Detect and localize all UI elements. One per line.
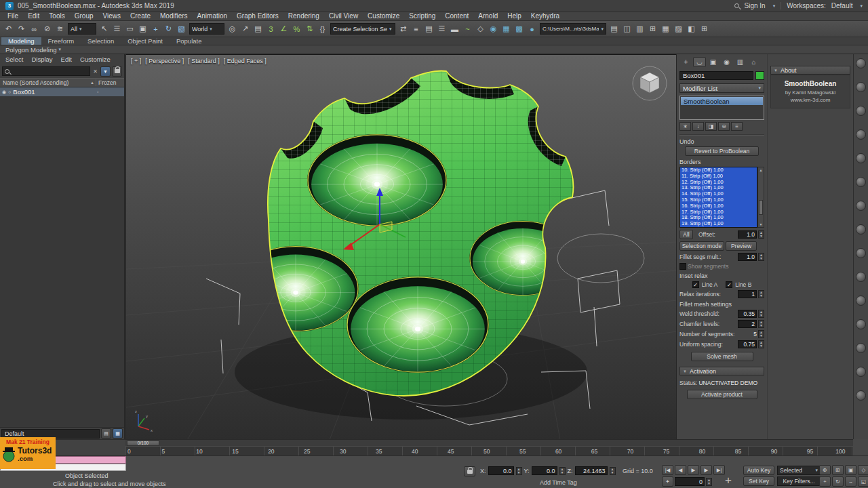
angle-snap-icon[interactable]: ∠ — [277, 22, 290, 36]
modifier-stack-item[interactable]: SmoothBoolean — [681, 97, 763, 105]
dock-tool-11-icon[interactable] — [856, 296, 866, 306]
uniform-spacing-field[interactable]: 0.75 — [738, 340, 757, 348]
fillet-segs-field[interactable]: 1.0 — [738, 253, 757, 261]
bind-to-space-warp-icon[interactable]: ≋ — [54, 22, 66, 36]
dock-tool-1-icon[interactable] — [856, 58, 866, 68]
ribbon-tab-freeform[interactable]: Freeform — [41, 37, 81, 45]
edit-named-selections-icon[interactable]: {} — [316, 22, 329, 36]
zoom-all-icon[interactable]: ⊞ — [832, 465, 844, 475]
use-pivot-center-icon[interactable]: ◎ — [226, 22, 239, 36]
column-header-frozen[interactable]: Frozen — [96, 79, 124, 86]
workspace-tool-1-icon[interactable]: ▤ — [608, 22, 620, 36]
key-selection-dropdown[interactable]: Selected ▾ — [777, 466, 821, 475]
dock-tool-2-icon[interactable] — [856, 82, 866, 92]
explorer-search-input[interactable] — [2, 66, 90, 76]
dock-tool-9-icon[interactable] — [856, 248, 866, 258]
y-spinner[interactable]: ▲▼ — [559, 467, 566, 475]
layer-manager-icon[interactable]: ▤ — [422, 22, 435, 36]
revert-to-proboolean-button[interactable]: Revert to ProBoolean — [685, 146, 759, 156]
dock-tool-8-icon[interactable] — [856, 224, 866, 235]
motion-tab-icon[interactable]: ◉ — [720, 57, 733, 67]
ribbon-tab-object-paint[interactable]: Object Paint — [121, 37, 170, 45]
scroll-up-icon[interactable]: ▲ — [760, 167, 763, 173]
line-a-checkbox[interactable]: ✓ — [692, 281, 699, 288]
menu-item-group[interactable]: Group — [70, 12, 98, 20]
selection-lock-toggle[interactable] — [464, 466, 475, 476]
explorer-menu-customize[interactable]: Customize — [76, 56, 115, 63]
chamfer-levels-spinner[interactable]: ▲▼ — [758, 320, 764, 328]
frame-spinner[interactable]: ▲▼ — [706, 478, 712, 486]
ribbon-tab-selection[interactable]: Selection — [81, 37, 121, 45]
menu-item-content[interactable]: Content — [440, 12, 473, 20]
zoom-extents-icon[interactable]: ▣ — [845, 465, 856, 475]
key-filters-button[interactable]: Key Filters... — [777, 476, 821, 486]
select-and-move-icon[interactable]: + — [149, 22, 162, 36]
visibility-eye-icon[interactable]: ◉ — [2, 89, 6, 95]
workspace-tool-7-icon[interactable]: ◧ — [685, 22, 698, 36]
workspace-tool-5-icon[interactable]: ▦ — [659, 22, 672, 36]
dock-tool-7-icon[interactable] — [856, 201, 866, 211]
current-frame-field[interactable]: 0 — [675, 477, 705, 486]
viewport-canvas[interactable]: xyz — [126, 55, 677, 440]
workspace-tool-4-icon[interactable]: ⊞ — [646, 22, 659, 36]
rectangular-region-icon[interactable]: ▭ — [123, 22, 136, 36]
reference-coordinate-dropdown[interactable]: World▾ — [189, 23, 224, 35]
pin-stack-icon[interactable]: ∗ — [679, 122, 691, 131]
select-and-link-icon[interactable]: ∞ — [28, 22, 41, 36]
about-website-link[interactable]: www.km-3d.com — [772, 97, 848, 103]
dock-tool-12-icon[interactable] — [856, 319, 866, 329]
remove-modifier-icon[interactable]: ⊖ — [718, 122, 730, 131]
utilities-tab-icon[interactable]: ⌂ — [747, 57, 760, 67]
frozen-cell-icon[interactable]: ▫ — [97, 89, 124, 94]
menu-item-civil-view[interactable]: Civil View — [324, 12, 363, 20]
ribbon-toggle-icon[interactable]: ▬ — [448, 22, 461, 36]
dock-tool-6-icon[interactable] — [856, 177, 866, 187]
hierarchy-tab-icon[interactable]: ▣ — [707, 57, 719, 67]
borders-list-item[interactable]: 19. Strip (Off) 1,00 — [680, 221, 757, 227]
menu-item-customize[interactable]: Customize — [363, 12, 404, 20]
viewport-menu-style[interactable]: [ Standard ] — [188, 58, 220, 64]
spinner-snap-icon[interactable]: ⇅ — [303, 22, 316, 36]
redo-icon[interactable]: ↷ — [15, 22, 28, 36]
workspace-tool-8-icon[interactable]: ⊞ — [698, 22, 711, 36]
number-of-segments-spinner[interactable]: ▲▼ — [758, 330, 764, 338]
explorer-menu-select[interactable]: Select — [1, 56, 27, 63]
offset-spinner[interactable]: ▲▼ — [758, 230, 764, 239]
menu-item-scripting[interactable]: Scripting — [404, 12, 440, 20]
activate-product-button[interactable]: Activate product — [687, 390, 757, 399]
crosshair-icon[interactable]: + — [720, 472, 736, 488]
menu-item-arnold[interactable]: Arnold — [473, 12, 502, 20]
number-of-segments-value[interactable]: 5 — [753, 331, 757, 338]
set-key-button[interactable]: Set Key — [743, 476, 774, 486]
window-crossing-icon[interactable]: ▣ — [136, 22, 149, 36]
auto-key-button[interactable]: Auto Key — [743, 466, 774, 475]
rendered-frame-icon[interactable]: ▩ — [513, 22, 526, 36]
layers-icon[interactable]: ▤ — [101, 428, 111, 439]
sign-in-button[interactable]: Sign In — [745, 2, 766, 9]
weld-threshold-field[interactable]: 0.35 — [738, 310, 757, 318]
viewport-menu-shading[interactable]: [ Edged Faces ] — [224, 58, 267, 64]
schematic-view-icon[interactable]: ◇ — [474, 22, 487, 36]
menu-item-graph-editors[interactable]: Graph Editors — [232, 12, 283, 20]
modifier-list-dropdown[interactable]: Modifier List ▾ — [679, 83, 764, 93]
scene-explorer-toggle-icon[interactable]: ☰ — [435, 22, 448, 36]
ribbon-tab-populate[interactable]: Populate — [170, 37, 209, 45]
menu-item-rendering[interactable]: Rendering — [283, 12, 324, 20]
menu-item-file[interactable]: File — [3, 12, 23, 20]
menu-item-tools[interactable]: Tools — [44, 12, 69, 20]
timeline-ruler[interactable]: 0510152025303540455055606570758085909510… — [125, 446, 853, 455]
dock-tool-3-icon[interactable] — [856, 106, 866, 116]
configure-modifier-sets-icon[interactable]: ≡ — [731, 122, 743, 131]
y-coordinate-field[interactable]: 0.0 — [532, 466, 557, 475]
relax-iterations-field[interactable]: 1 — [738, 290, 757, 298]
filter-icon[interactable]: ▼ — [100, 66, 111, 77]
zoom-icon[interactable]: ⊕ — [819, 465, 831, 475]
x-spinner[interactable]: ▲▼ — [516, 467, 522, 475]
object-color-swatch[interactable] — [755, 71, 764, 80]
viewport-menu-pov[interactable]: [ Perspective ] — [145, 58, 184, 64]
select-all-borders-button[interactable]: All — [679, 230, 693, 239]
polygon-modeling-panel[interactable]: Polygon Modeling — [5, 46, 57, 54]
about-rollout-header[interactable]: ▼ About — [770, 66, 850, 75]
dock-tool-15-icon[interactable] — [856, 390, 866, 401]
make-unique-icon[interactable]: ◨ — [705, 122, 717, 131]
